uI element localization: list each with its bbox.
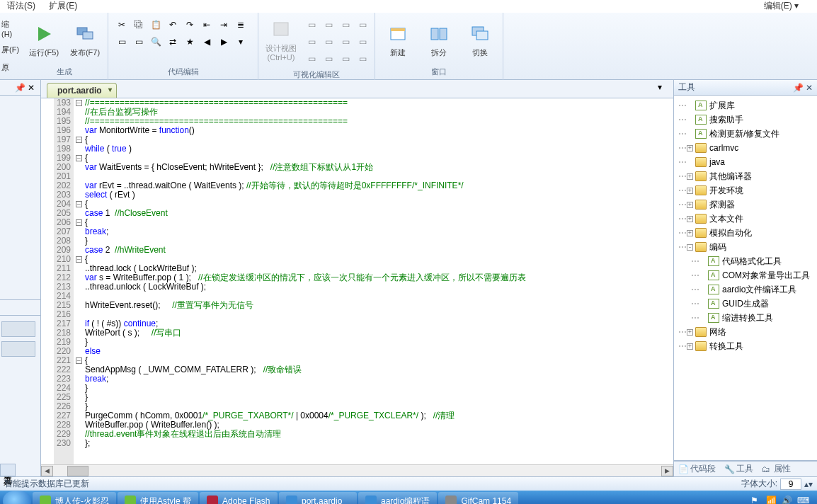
paste-icon[interactable]: 📋 (148, 17, 164, 33)
new-window-button[interactable]: 新建 (378, 16, 418, 65)
code-line[interactable]: } (85, 393, 673, 402)
copy-icon[interactable]: ⿻ (131, 17, 147, 33)
replace-icon[interactable]: ⇄ (165, 34, 181, 50)
indent-right-icon[interactable]: ⇥ (216, 17, 232, 33)
tree-item[interactable]: ⋯搜索助手 (675, 113, 816, 127)
cut-icon[interactable]: ✂ (114, 17, 130, 33)
scroll-left-icon[interactable]: ◀ (41, 466, 53, 476)
tray-volume-icon[interactable]: 🔊 (782, 496, 793, 504)
tree-item[interactable]: ⋯+carlmvc (675, 141, 816, 155)
tree-expander-icon[interactable]: + (687, 202, 693, 208)
tray-network-icon[interactable]: 📶 (766, 496, 777, 504)
sidebar-icon-2[interactable] (1, 341, 35, 357)
code-line[interactable]: case 2 //hWriteEvent (85, 246, 673, 255)
scroll-thumb[interactable] (67, 466, 88, 476)
horizontal-scrollbar[interactable]: ◀ ▶ (41, 464, 673, 476)
tree-item[interactable]: ⋯java (675, 155, 816, 169)
font-size-input[interactable] (780, 479, 801, 490)
format-icon[interactable]: ≣ (233, 17, 248, 33)
code-line[interactable]: //thread.event事件对象在线程退出后由系统自动清理 (85, 430, 673, 439)
fold-margin[interactable] (74, 98, 84, 464)
code-line[interactable]: var WaitEvents = { hCloseEvent; hWriteEv… (85, 163, 673, 172)
sidebar-icon-1[interactable] (1, 321, 35, 337)
label-restore[interactable]: 原 (1, 62, 20, 73)
file-tab-active[interactable]: port.aardio (47, 83, 117, 98)
menu-syntax[interactable]: 语法(S) (7, 1, 35, 11)
tree-item[interactable]: ⋯缩进转换工具 (675, 311, 816, 325)
code-line[interactable]: SendAppMsg ( _UWM_COMM_FATALERR ); //致命错… (85, 365, 673, 374)
code-line[interactable]: while ( true ) (85, 144, 673, 154)
scroll-right-icon[interactable]: ▶ (661, 466, 673, 476)
code-line[interactable]: { (85, 218, 673, 227)
run-button[interactable]: 运行(F5) (24, 16, 64, 65)
tree-expander-icon[interactable]: + (687, 230, 693, 236)
tray-keyboard-icon[interactable]: ⌨ (797, 496, 809, 504)
tree-item[interactable]: ⋯aardio文件编译工具 (675, 282, 816, 297)
tree-expander-icon[interactable]: + (687, 145, 693, 151)
tree-item[interactable]: ⋯COM对象常量导出工具 (675, 268, 816, 282)
taskbar-button[interactable]: Adobe Flash (200, 492, 278, 504)
bookmark-icon[interactable]: ★ (182, 34, 198, 50)
tree-item[interactable]: ⋯+其他编译器 (675, 169, 816, 183)
code-line[interactable]: break; (85, 374, 673, 384)
switch-button[interactable]: 切换 (460, 16, 500, 65)
code-line[interactable]: { (85, 135, 673, 144)
code-line[interactable]: case 1 //hCloseEvent (85, 209, 673, 218)
tree-item[interactable]: ⋯检测更新/修复文件 (675, 127, 816, 141)
indent-left-icon[interactable]: ⇤ (199, 17, 215, 33)
close-icon[interactable]: ✕ (28, 83, 38, 93)
tree-item[interactable]: ⋯-编码 (675, 240, 816, 254)
tree-item[interactable]: ⋯+转换工具 (675, 339, 816, 353)
tree-expander-icon[interactable]: - (687, 244, 693, 251)
tool2-icon[interactable]: ▭ (131, 34, 147, 50)
tree-expander-icon[interactable]: + (687, 329, 693, 336)
tool1-icon[interactable]: ▭ (114, 34, 130, 50)
tree-item[interactable]: ⋯+探测器 (675, 197, 816, 212)
undo-icon[interactable]: ↶ (165, 17, 181, 33)
code-line[interactable]: } (85, 338, 673, 347)
tree-item[interactable]: ⋯代码格式化工具 (675, 254, 816, 268)
taskbar-button[interactable]: 博人传-火影忍 (33, 492, 116, 504)
code-line[interactable]: var rEvt = ..thread.waitOne ( WaitEvents… (85, 181, 673, 190)
tab-list-dropdown-icon[interactable]: ▾ (658, 82, 669, 93)
tree-item[interactable]: ⋯+开发环境 (675, 183, 816, 197)
code-line[interactable] (85, 310, 673, 319)
code-line[interactable]: } (85, 384, 673, 393)
code-line[interactable]: select ( rEvt ) (85, 190, 673, 200)
tree-item[interactable]: ⋯+文本文件 (675, 212, 816, 226)
tab-properties[interactable]: 🗂 属性 (758, 462, 795, 476)
code-line[interactable]: var MonitortWrite = function() (85, 126, 673, 135)
menu-extend[interactable]: 扩展(E) (49, 1, 77, 11)
split-button[interactable]: 拆分 (419, 16, 459, 65)
tab-tools[interactable]: 🔧 工具 (720, 462, 758, 476)
tree-expander-icon[interactable]: + (687, 188, 693, 194)
tree-expander-icon[interactable]: + (687, 216, 693, 222)
next-icon[interactable]: ▶ (216, 34, 232, 50)
start-button[interactable] (3, 491, 31, 504)
font-size-spinner-icon[interactable]: ▴▾ (804, 479, 813, 489)
code-line[interactable]: else (85, 347, 673, 356)
code-line[interactable]: WritePort ( s ); //写串口 (85, 328, 673, 338)
label-screen[interactable]: 屏(F) (1, 45, 20, 55)
label-compress[interactable]: 缩(H) (1, 19, 20, 38)
tree-item[interactable]: ⋯+网络 (675, 325, 816, 339)
code-line[interactable]: { (85, 200, 673, 209)
code-line[interactable]: ..thread.unlock ( LockWriteBuf ); (85, 282, 673, 292)
toolbox-tab[interactable]: 工具箱 (0, 464, 16, 476)
tree-expander-icon[interactable]: + (687, 173, 693, 180)
taskbar-button[interactable]: 使用Astyle 帮 (118, 492, 198, 504)
find-icon[interactable]: 🔍 (148, 34, 164, 50)
tray-flag-icon[interactable]: ⚑ (750, 496, 762, 504)
tab-code-snippets[interactable]: 📄 代码段 (674, 462, 720, 476)
redo-icon[interactable]: ↷ (182, 17, 198, 33)
code-line[interactable]: } (85, 236, 673, 246)
tree-item[interactable]: ⋯+模拟自动化 (675, 226, 816, 240)
panel-pin-icon[interactable]: 📌 (793, 83, 804, 93)
tree-item[interactable]: ⋯扩展库 (675, 98, 816, 113)
code-line[interactable]: //======================================… (85, 98, 673, 108)
publish-button[interactable]: 发布(F7) (65, 16, 105, 65)
taskbar-button[interactable]: port.aardio (279, 492, 357, 504)
code-line[interactable]: }; (85, 439, 673, 448)
menu-edit[interactable]: 编辑(E) ▾ (764, 1, 799, 11)
panel-close-icon[interactable]: ✕ (806, 83, 813, 93)
